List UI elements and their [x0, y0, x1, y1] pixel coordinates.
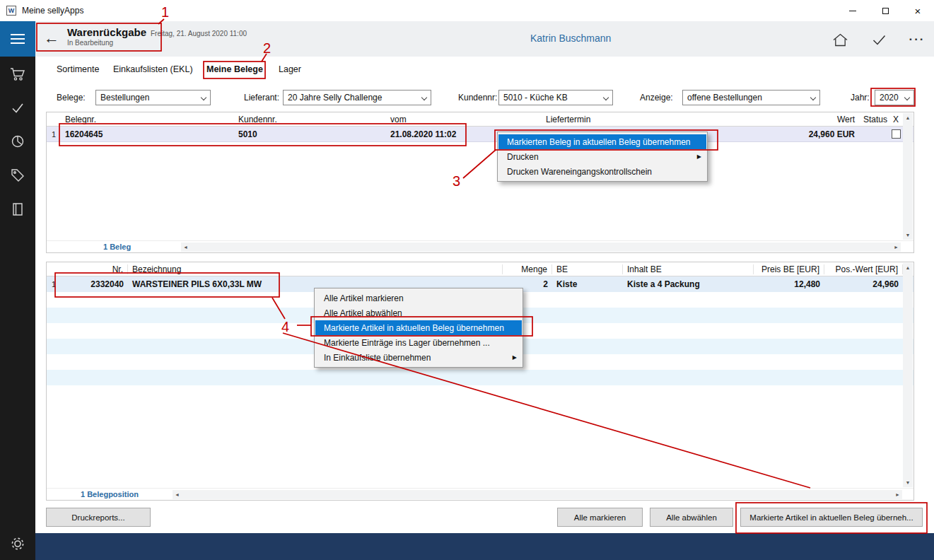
menu-item-label: In Einkaufsliste übernehmen	[324, 353, 431, 363]
scroll-right-icon[interactable]: ►	[894, 245, 899, 250]
lieferant-select-value: 20 Jahre Selly Challenge	[288, 93, 382, 103]
belege-table-footer: 1 Beleg ◄ ►	[47, 240, 913, 252]
beleg-context-menu: Markierten Beleg in aktuellen Beleg über…	[497, 132, 708, 182]
vertical-scrollbar[interactable]: ▲ ▼	[903, 113, 913, 240]
menu-item-alle-markieren[interactable]: Alle Artikel markieren	[315, 291, 523, 305]
scroll-left-icon[interactable]: ◄	[175, 492, 180, 497]
tasks-check-icon[interactable]	[0, 96, 35, 120]
scroll-down-icon[interactable]: ▼	[906, 233, 911, 238]
close-button[interactable]: ×	[901, 0, 934, 21]
positionen-table-header: Nr. Bezeichnung Menge BE Inhalt BE Preis…	[47, 262, 913, 276]
tab-sortimente[interactable]: Sortimente	[57, 64, 99, 74]
pie-chart-icon[interactable]	[0, 129, 35, 153]
tab-einkaufslisten[interactable]: Einkaufslisten (EKL)	[113, 64, 193, 74]
cell-inhalt-be: Kiste a 4 Packung	[623, 279, 754, 289]
minimize-icon	[849, 11, 856, 11]
column-header-status[interactable]: Status	[859, 115, 889, 124]
close-icon: ×	[915, 6, 921, 16]
anzeige-select-value: offene Bestellungen	[687, 93, 762, 103]
cell-nr: 2332040	[61, 279, 128, 289]
chevron-down-icon	[603, 95, 609, 100]
gear-icon[interactable]	[0, 532, 35, 556]
belege-select[interactable]: Bestellungen	[95, 90, 211, 105]
scroll-up-icon[interactable]: ▲	[906, 115, 911, 120]
chevron-down-icon	[201, 95, 206, 100]
lieferant-select[interactable]: 20 Jahre Selly Challenge	[283, 90, 431, 105]
row-checkbox[interactable]	[892, 129, 901, 139]
kundennr-select[interactable]: 5010 - Küche KB	[498, 90, 613, 105]
menu-item-drucken[interactable]: Drucken ▶	[498, 149, 707, 164]
page-title: Warenrückgabe	[67, 26, 146, 38]
titlebar: W Meine sellyApps ×	[0, 0, 934, 21]
maximize-button[interactable]	[869, 0, 901, 21]
druckreports-button[interactable]: Druckreports...	[46, 508, 151, 527]
cell-wert: 24,960 EUR	[728, 129, 859, 139]
horizontal-scrollbar[interactable]: ◄ ►	[181, 243, 901, 252]
column-header-x[interactable]: X	[889, 115, 903, 124]
filter-label-belege: Belege:	[57, 93, 86, 103]
menu-item-ins-lager-uebernehmen[interactable]: Markierte Einträge ins Lager übernehmen …	[315, 335, 523, 350]
hamburger-menu-button[interactable]	[0, 21, 35, 57]
column-header-vom[interactable]: vom	[386, 115, 542, 124]
column-header-pos-wert[interactable]: Pos.-Wert [EUR]	[824, 264, 903, 274]
back-button[interactable]: ←	[44, 28, 59, 48]
scroll-up-icon[interactable]: ▲	[906, 265, 911, 270]
column-header-liefertermin[interactable]: Liefertermin	[542, 115, 728, 124]
price-tag-icon[interactable]	[0, 163, 35, 187]
submenu-arrow-icon: ▶	[697, 153, 701, 160]
anzeige-select[interactable]: offene Bestellungen	[682, 90, 820, 105]
home-icon[interactable]	[831, 30, 849, 49]
belege-table-header: Belegnr. Kundennr. vom Liefertermin Wert…	[47, 112, 913, 127]
page-date: Freitag, 21. August 2020 11:00	[151, 30, 247, 37]
minimize-button[interactable]	[836, 0, 869, 21]
cell-be: Kiste	[552, 279, 623, 289]
scroll-right-icon[interactable]: ►	[895, 492, 900, 497]
positionen-table-footer: 1 Belegposition ◄ ►	[47, 488, 913, 500]
menu-item-beleg-uebernehmen[interactable]: Markierten Beleg in aktuellen Beleg über…	[498, 134, 706, 149]
column-header-belegnr[interactable]: Belegnr.	[61, 115, 234, 124]
scroll-down-icon[interactable]: ▼	[906, 480, 911, 485]
column-header-wert[interactable]: Wert	[728, 115, 859, 124]
filter-label-jahr: Jahr:	[851, 93, 870, 103]
column-header-inhalt-be[interactable]: Inhalt BE	[623, 264, 754, 274]
window-title: Meine sellyApps	[22, 6, 83, 16]
app-header: ← WarenrückgabeFreitag, 21. August 2020 …	[35, 21, 934, 57]
kundennr-select-value: 5010 - Küche KB	[503, 93, 568, 103]
column-header-nr[interactable]: Nr.	[61, 264, 128, 274]
scroll-left-icon[interactable]: ◄	[183, 245, 188, 250]
vertical-scrollbar[interactable]: ▲ ▼	[903, 263, 913, 487]
column-header-be[interactable]: BE	[552, 264, 623, 274]
column-header-kundennr[interactable]: Kundennr.	[234, 115, 386, 124]
chevron-down-icon	[421, 95, 427, 100]
submenu-arrow-icon: ▶	[513, 354, 517, 361]
menu-item-drucken-wareneingangskontrollschein[interactable]: Drucken Wareneingangskontrollschein	[498, 164, 707, 179]
filter-label-lieferant: Lieferant:	[244, 93, 279, 103]
tab-meine-belege[interactable]: Meine Belege	[206, 64, 263, 74]
sidebar	[0, 21, 35, 560]
title-block: WarenrückgabeFreitag, 21. August 2020 11…	[67, 26, 247, 47]
horizontal-scrollbar[interactable]: ◄ ►	[173, 490, 902, 499]
column-header-preis-be[interactable]: Preis BE [EUR]	[754, 264, 824, 274]
cell-belegnr: 16204645	[61, 129, 234, 139]
column-header-bezeichnung[interactable]: Bezeichnung	[128, 264, 503, 274]
jahr-select[interactable]: 2020	[875, 90, 914, 105]
column-header-menge[interactable]: Menge	[503, 264, 552, 274]
menu-item-label: Drucken	[507, 152, 539, 162]
menu-item-artikel-uebernehmen[interactable]: Markierte Artikel in aktuellen Beleg übe…	[315, 320, 522, 335]
confirm-check-icon[interactable]	[870, 30, 888, 49]
belegposition-count: 1 Belegposition	[81, 490, 139, 498]
uebernehmen-button[interactable]: Markierte Artikel in aktuellen Beleg übe…	[740, 508, 923, 527]
tab-lager[interactable]: Lager	[279, 64, 301, 74]
menu-item-alle-abwaehlen[interactable]: Alle Artikel abwählen	[315, 305, 523, 320]
alle-abwaehlen-button[interactable]: Alle abwählen	[650, 508, 733, 527]
alle-markieren-button[interactable]: Alle markieren	[557, 508, 643, 527]
catalog-icon[interactable]	[0, 197, 35, 221]
cart-icon[interactable]	[0, 62, 35, 86]
maximize-icon	[882, 8, 889, 14]
beleg-row[interactable]: 1 16204645 5010 21.08.2020 11:02 24,960 …	[47, 127, 913, 142]
more-options-icon[interactable]: ···	[908, 30, 926, 49]
bottom-bar	[35, 533, 934, 560]
menu-item-in-einkaufsliste[interactable]: In Einkaufsliste übernehmen ▶	[315, 350, 523, 365]
tab-bar: Sortimente Einkaufslisten (EKL) Meine Be…	[35, 57, 934, 83]
status-text: In Bearbeitung	[67, 39, 247, 47]
